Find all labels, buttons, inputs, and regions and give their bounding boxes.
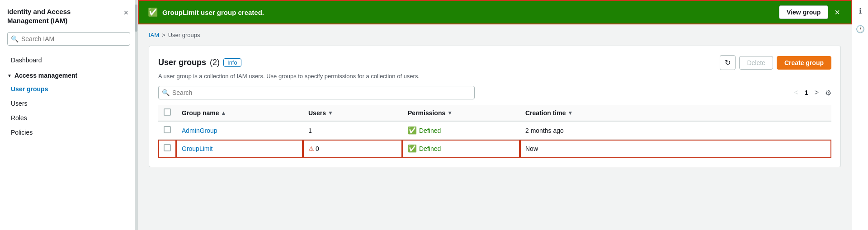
success-banner: ✅ GroupLimit user group created. View gr…	[138, 0, 852, 24]
table-header: Group name ▲ Users ▼ Per	[158, 105, 831, 121]
info-link[interactable]: Info	[223, 58, 241, 67]
prev-page-button[interactable]: <	[792, 88, 801, 98]
col-name-label: Group name	[182, 109, 219, 117]
breadcrumb: IAM > User groups	[149, 32, 841, 38]
row-1-users-number: 1	[308, 127, 312, 134]
card-title: User groups	[158, 58, 206, 67]
breadcrumb-iam-link[interactable]: IAM	[149, 32, 159, 38]
card-title-row: User groups (2) Info	[158, 58, 241, 67]
sidebar-section-label: Access management	[14, 72, 77, 79]
page-number: 1	[805, 89, 808, 96]
row-2-permissions-status: ✅ Defined	[408, 144, 514, 153]
user-groups-table: Group name ▲ Users ▼ Per	[158, 105, 831, 158]
col-header-users[interactable]: Users ▼	[303, 105, 402, 121]
banner-check-icon: ✅	[148, 7, 158, 17]
banner-close-button[interactable]: ×	[833, 7, 842, 18]
col-users-sort-icon: ▼	[328, 110, 333, 116]
refresh-button[interactable]: ↻	[720, 55, 736, 70]
row-1-created-cell: 2 months ago	[520, 121, 831, 140]
create-group-button[interactable]: Create group	[777, 56, 831, 70]
table-body: AdminGroup 1 ✅ Defined	[158, 121, 831, 158]
col-perms-label: Permissions	[408, 109, 445, 117]
row-1-permissions-status: ✅ Defined	[408, 126, 514, 135]
row-1-checkbox[interactable]	[164, 126, 171, 133]
row-1-permissions-cell: ✅ Defined	[402, 121, 520, 140]
page-content: IAM > User groups User groups (2) Info ↻…	[138, 24, 852, 230]
view-group-button[interactable]: View group	[779, 5, 828, 19]
sidebar-item-dashboard[interactable]: Dashboard	[0, 53, 137, 67]
row-2-status-icon: ✅	[408, 144, 417, 153]
main-area: ✅ GroupLimit user group created. View gr…	[138, 0, 852, 230]
table-row: GroupLimit ⚠ 0 ✅ Defined	[158, 140, 831, 158]
row-1-checkbox-cell	[158, 121, 176, 140]
row-1-users-value: 1	[308, 127, 397, 134]
row-2-users-value: ⚠ 0	[308, 145, 397, 152]
sidebar-item-roles[interactable]: Roles	[0, 111, 137, 125]
section-arrow-icon: ▼	[7, 73, 12, 78]
breadcrumb-current: User groups	[168, 32, 200, 38]
select-all-header	[158, 105, 176, 121]
sidebar-search-container: 🔍	[7, 32, 130, 46]
row-2-users-cell: ⚠ 0	[303, 140, 402, 158]
col-header-name[interactable]: Group name ▲	[176, 105, 303, 121]
table-search-input[interactable]	[158, 86, 475, 99]
row-1-group-name-link[interactable]: AdminGroup	[182, 127, 217, 134]
right-panel-history-button[interactable]: 🕐	[854, 23, 867, 35]
col-perms-sort-icon: ▼	[447, 110, 453, 116]
row-2-warning-icon: ⚠	[308, 145, 314, 152]
sidebar-header: Identity and Access Management (IAM) ×	[0, 0, 137, 28]
row-2-name-cell: GroupLimit	[176, 140, 303, 158]
col-created-label: Creation time	[525, 109, 566, 117]
row-1-created-value: 2 months ago	[525, 127, 564, 134]
sidebar-section-access-management[interactable]: ▼ Access management	[0, 67, 137, 82]
row-2-created-value: Now	[525, 145, 538, 152]
row-2-created-cell: Now	[520, 140, 831, 158]
row-2-users-number: 0	[316, 145, 319, 152]
card-actions: ↻ Delete Create group	[720, 55, 831, 70]
breadcrumb-separator: >	[162, 32, 165, 38]
sidebar-item-policies[interactable]: Policies	[0, 125, 137, 140]
delete-button[interactable]: Delete	[739, 56, 773, 70]
row-2-checkbox[interactable]	[164, 144, 171, 151]
banner-actions: View group ×	[779, 5, 842, 19]
sidebar-scrollbar	[135, 0, 137, 230]
pagination-controls: < 1 > ⚙	[792, 88, 831, 98]
card-count: (2)	[210, 58, 220, 67]
card-description: A user group is a collection of IAM user…	[158, 73, 831, 80]
sidebar-search-icon: 🔍	[11, 35, 19, 42]
sidebar-item-users[interactable]: Users	[0, 96, 137, 111]
sidebar-scrollbar-thumb[interactable]	[135, 5, 137, 32]
row-2-group-name-link[interactable]: GroupLimit	[182, 145, 212, 152]
table-settings-button[interactable]: ⚙	[825, 89, 831, 97]
col-users-label: Users	[308, 109, 326, 117]
right-panel-info-button[interactable]: ℹ	[854, 5, 867, 17]
row-2-checkbox-cell	[158, 140, 176, 158]
col-name-sort-icon: ▲	[221, 110, 226, 116]
row-2-status-label: Defined	[419, 145, 441, 152]
table-search-container: 🔍	[158, 86, 475, 99]
banner-message-area: ✅ GroupLimit user group created.	[148, 7, 264, 17]
table-controls-row: 🔍 < 1 > ⚙	[158, 86, 831, 99]
row-1-status-label: Defined	[419, 127, 441, 134]
banner-message-text: GroupLimit user group created.	[162, 9, 264, 16]
select-all-checkbox[interactable]	[164, 108, 171, 116]
sidebar: Identity and Access Management (IAM) × 🔍…	[0, 0, 138, 230]
sidebar-title: Identity and Access Management (IAM)	[7, 7, 71, 25]
col-header-permissions[interactable]: Permissions ▼	[402, 105, 520, 121]
row-1-users-cell: 1	[303, 121, 402, 140]
row-1-name-cell: AdminGroup	[176, 121, 303, 140]
card-header: User groups (2) Info ↻ Delete Create gro…	[158, 55, 831, 70]
sidebar-nav: Dashboard ▼ Access management User group…	[0, 51, 137, 230]
right-panel: ℹ 🕐	[852, 0, 868, 230]
sidebar-close-button[interactable]: ×	[122, 7, 130, 19]
row-2-permissions-cell: ✅ Defined	[402, 140, 520, 158]
col-header-created[interactable]: Creation time ▼	[520, 105, 831, 121]
next-page-button[interactable]: >	[812, 88, 821, 98]
table-search-icon: 🔍	[162, 89, 170, 96]
table-row: AdminGroup 1 ✅ Defined	[158, 121, 831, 140]
sidebar-item-user-groups[interactable]: User groups	[0, 82, 137, 96]
sidebar-search-input[interactable]	[7, 32, 130, 46]
row-1-status-icon: ✅	[408, 126, 417, 135]
col-created-sort-icon: ▼	[567, 110, 573, 116]
user-groups-card: User groups (2) Info ↻ Delete Create gro…	[149, 46, 841, 167]
